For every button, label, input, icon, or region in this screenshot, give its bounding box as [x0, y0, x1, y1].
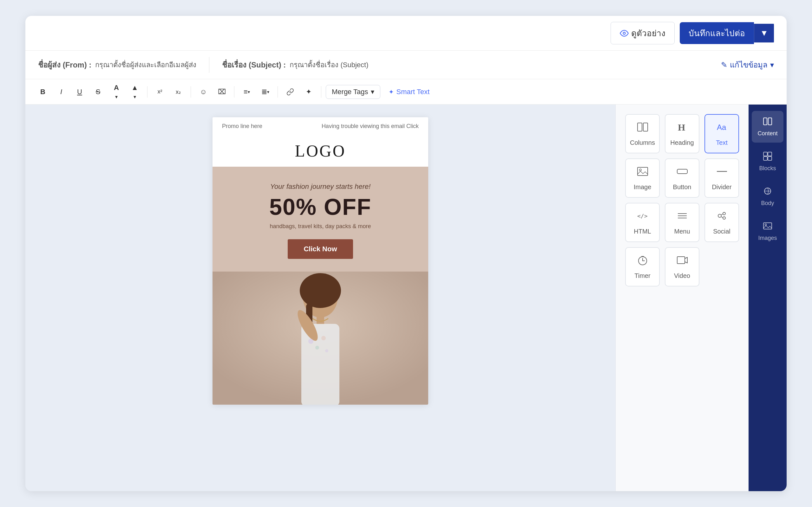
edit-icon: ✎: [721, 60, 727, 69]
email-logo: LOGO: [295, 142, 346, 160]
timer-label: Timer: [635, 272, 650, 279]
font-color-button[interactable]: A ▾: [108, 84, 124, 100]
main-content: Promo line here Having trouble viewing t…: [26, 105, 786, 491]
emoji-button[interactable]: ☺: [195, 84, 211, 100]
divider-label: Divider: [712, 183, 731, 191]
merge-tags-button[interactable]: Merge Tags ▾: [326, 85, 380, 99]
right-nav: Content Blocks: [749, 105, 786, 491]
save-caret-button[interactable]: ▼: [754, 24, 774, 43]
menu-icon: [676, 210, 688, 225]
cta-button[interactable]: Click Now: [288, 239, 353, 259]
images-nav-icon: [763, 221, 772, 233]
more-button[interactable]: ✦: [301, 84, 316, 100]
svg-point-26: [723, 217, 725, 219]
svg-rect-18: [677, 169, 687, 174]
svg-point-0: [623, 32, 625, 34]
nav-item-blocks[interactable]: Blocks: [752, 146, 783, 177]
bold-button[interactable]: B: [35, 84, 51, 100]
heading-label: Heading: [670, 139, 694, 147]
app-container: ดูตัวอย่าง บันทึกและไปต่อ ▼ ชื่อผู้ส่ง (…: [26, 16, 786, 491]
text-label: Text: [716, 139, 728, 147]
edit-link[interactable]: ✎ แก้ไขข้อมูล ▾: [721, 59, 774, 71]
html-label: HTML: [634, 228, 651, 235]
nav-item-body[interactable]: Body: [752, 181, 783, 212]
social-label: Social: [713, 228, 730, 235]
svg-text:</>: </>: [637, 213, 648, 219]
smart-star-icon: ✦: [389, 88, 394, 96]
content-item-button[interactable]: Button: [665, 158, 699, 198]
strikethrough-button[interactable]: S: [90, 84, 106, 100]
columns-icon: [637, 121, 649, 136]
social-icon: [716, 210, 728, 225]
toolbar-divider-4: [277, 86, 278, 98]
italic-button[interactable]: I: [53, 84, 69, 100]
toolbar-divider-2: [191, 86, 191, 98]
svg-text:Aa: Aa: [717, 123, 726, 131]
highlight-button[interactable]: ▲ ▾: [127, 84, 143, 100]
content-item-text[interactable]: Aa Text: [705, 114, 739, 153]
nav-item-content[interactable]: Content: [752, 111, 783, 143]
fashion-photo-svg: [212, 272, 428, 405]
svg-rect-41: [763, 223, 772, 229]
svg-rect-37: [768, 152, 772, 156]
content-item-columns[interactable]: Columns: [625, 114, 660, 153]
video-icon: [676, 254, 688, 269]
smart-text-button[interactable]: ✦ Smart Text: [383, 85, 436, 99]
merge-chevron-icon: ▾: [371, 88, 374, 96]
toolbar-divider-5: [321, 86, 321, 98]
save-button[interactable]: บันทึกและไปต่อ: [680, 22, 754, 44]
svg-point-25: [723, 212, 725, 215]
image-label: Image: [634, 183, 652, 191]
svg-line-27: [721, 214, 723, 215]
svg-point-11: [325, 349, 328, 352]
svg-point-3: [300, 273, 341, 308]
canvas-area: Promo line here Having trouble viewing t…: [26, 105, 615, 491]
columns-label: Columns: [630, 139, 655, 147]
email-logo-area: LOGO: [212, 135, 428, 167]
content-item-video[interactable]: Video: [665, 247, 699, 286]
nav-item-images[interactable]: Images: [752, 216, 783, 247]
blocks-nav-label: Blocks: [759, 165, 776, 172]
email-frame: Promo line here Having trouble viewing t…: [212, 117, 428, 405]
content-item-heading[interactable]: H Heading: [665, 114, 699, 153]
underline-button[interactable]: U: [72, 84, 88, 100]
from-label: ชื่อผู้ส่ง (From) :: [38, 59, 91, 71]
trouble-text: Having trouble viewing this email Click: [322, 123, 419, 130]
content-item-html[interactable]: </> HTML: [625, 203, 660, 242]
content-item-timer[interactable]: Timer: [625, 247, 660, 286]
edit-label: แก้ไขข้อมูล: [730, 59, 768, 71]
subscript-button[interactable]: x₂: [170, 84, 186, 100]
content-item-divider[interactable]: Divider: [705, 158, 739, 198]
content-item-menu[interactable]: Menu: [665, 203, 699, 242]
email-hero: Your fashion journey starts here! 50% OF…: [212, 167, 428, 272]
hero-offer: 50% OFF: [225, 194, 415, 220]
svg-rect-5: [316, 315, 324, 325]
bullet-list-button[interactable]: ≡ ▾: [239, 84, 255, 100]
svg-point-9: [315, 346, 319, 349]
numbered-list-button[interactable]: ≣ ▾: [257, 84, 273, 100]
svg-point-24: [718, 214, 721, 217]
svg-point-17: [640, 169, 641, 171]
content-grid: Columns H Heading Aa: [625, 114, 739, 286]
content-nav-icon: [763, 117, 772, 128]
link-button[interactable]: [282, 84, 298, 100]
save-group: บันทึกและไปต่อ ▼: [680, 22, 774, 44]
svg-rect-16: [638, 167, 648, 176]
svg-point-10: [321, 336, 326, 340]
preview-button[interactable]: ดูตัวอย่าง: [611, 22, 675, 44]
svg-rect-12: [638, 123, 642, 131]
svg-rect-39: [768, 157, 772, 160]
top-bar: ดูตัวอย่าง บันทึกและไปต่อ ▼: [26, 16, 786, 51]
body-nav-icon: [763, 186, 772, 198]
clear-button[interactable]: ⌧: [214, 84, 230, 100]
svg-text:H: H: [678, 122, 685, 132]
image-icon: [637, 165, 649, 180]
svg-rect-33: [677, 257, 685, 264]
svg-rect-35: [768, 118, 772, 125]
content-item-image[interactable]: Image: [625, 158, 660, 198]
superscript-button[interactable]: x²: [152, 84, 168, 100]
promo-text: Promo line here: [222, 123, 262, 130]
content-item-social[interactable]: Social: [705, 203, 739, 242]
toolbar-divider-3: [234, 86, 235, 98]
email-photo: [212, 272, 428, 405]
